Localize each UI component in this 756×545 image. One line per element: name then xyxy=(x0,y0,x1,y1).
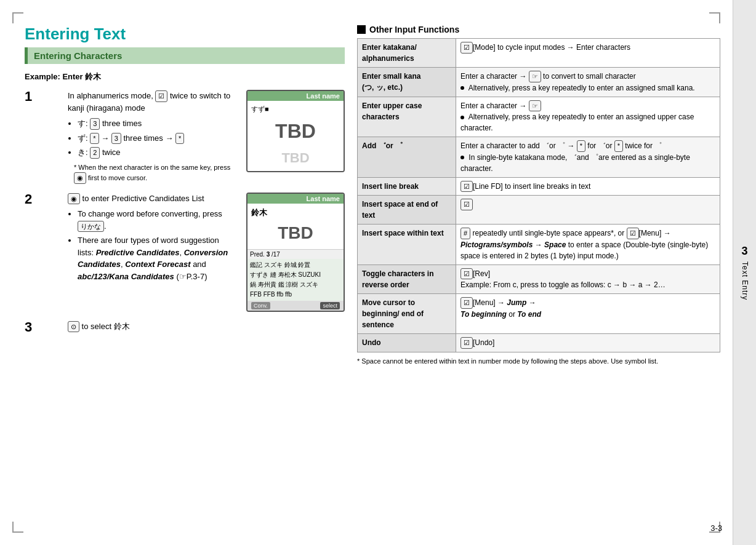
conv-button[interactable]: Conv. xyxy=(251,302,270,309)
description-cell: Enter a character to add ゛or ゜ → * for ゛… xyxy=(456,137,720,178)
phone-screen-2-container: Last name 鈴木 TBD Pred. 3 /17 鑑記 スズキ 鈴城 鈴… xyxy=(240,193,345,312)
phone-kanji: 鈴木 xyxy=(251,206,340,220)
key-upper: ☞ xyxy=(529,100,541,112)
phone-large-tbd: TBD xyxy=(251,220,340,247)
step-2-content: ◉ to enter Predictive Candidates List To… xyxy=(68,193,234,287)
step-1-list: す: 3 three times ず: * → 3 three times → … xyxy=(68,117,234,159)
function-cell: Enter upper case characters xyxy=(358,97,456,137)
table-row: Insert space at end of text ☑ xyxy=(358,196,720,225)
mode-key: ☑ xyxy=(155,90,167,102)
key-star: * xyxy=(90,133,99,145)
bullet-icon xyxy=(460,156,464,159)
table-row: Toggle characters in reverse order ☑[Rev… xyxy=(358,265,720,294)
key-3b: 3 xyxy=(111,133,121,145)
title-square-icon xyxy=(357,25,366,34)
function-cell: Insert line break xyxy=(358,177,456,196)
description-cell: ☑[Mode] to cycle input modes → Enter cha… xyxy=(456,39,720,68)
desc-text: [Mode] to cycle input modes → Enter char… xyxy=(473,43,630,52)
function-cell: Move cursor to beginning/ end of sentenc… xyxy=(358,294,456,334)
phone-pred-label: Pred. 3 /17 xyxy=(247,249,344,259)
page-title: Entering Text xyxy=(25,25,345,44)
step-2-bullet-2: There are four types of word suggestion … xyxy=(78,234,234,282)
description-cell: Enter a character → ☞ to convert to smal… xyxy=(456,68,720,97)
phone-screen-1-container: Last name すず■ TBD TBD xyxy=(240,90,345,172)
phone-screen-1: Last name すず■ TBD TBD xyxy=(246,90,345,172)
hash-key: # xyxy=(460,228,470,239)
phone-title-1: Last name xyxy=(247,91,344,101)
step-2-list: To change word before converting, press … xyxy=(68,208,234,282)
side-tab: 3 Text Entry xyxy=(733,0,756,545)
right-column: Other Input Functions Enter katakana/ al… xyxy=(357,25,720,533)
table-row: Enter small kana(つ, ッ, etc.) Enter a cha… xyxy=(358,68,720,97)
step-2: 2 ◉ to enter Predictive Candidates List … xyxy=(25,193,345,312)
key-conv: ☞ xyxy=(529,71,541,82)
phone-screen-2: Last name 鈴木 TBD Pred. 3 /17 鑑記 スズキ 鈴城 鈴… xyxy=(246,193,345,312)
function-cell: Enter small kana(つ, ッ, etc.) xyxy=(358,68,456,97)
left-column: Entering Text Entering Characters Exampl… xyxy=(25,25,345,533)
step-1-footnote: * When the next character is on the same… xyxy=(68,162,234,184)
description-cell: ☑[Undo] xyxy=(456,334,720,352)
step-1-intro: In alphanumerics mode, ☑ twice to switch… xyxy=(68,90,234,114)
key-select: ⊙ xyxy=(68,321,79,333)
function-cell: Undo xyxy=(358,334,456,352)
step-1-item-1: す: 3 three times xyxy=(78,117,234,130)
space-key: ☑ xyxy=(460,199,473,210)
key-nav2: ◉ xyxy=(68,193,80,205)
functions-table: Enter katakana/ alphanumerics ☑[Mode] to… xyxy=(357,38,720,352)
step-3-content: ⊙ to select 鈴木 xyxy=(68,320,345,336)
table-row: Move cursor to beginning/ end of sentenc… xyxy=(358,294,720,334)
page-number: 3-3 xyxy=(710,523,722,533)
description-cell: ☑[Rev] Example: From c, press to toggle … xyxy=(456,265,720,294)
step-3-number: 3 xyxy=(25,319,32,335)
table-row: Enter katakana/ alphanumerics ☑[Mode] to… xyxy=(358,39,720,68)
step-2-intro: ◉ to enter Predictive Candidates List xyxy=(68,193,234,205)
key-dakuten: * xyxy=(577,140,585,152)
table-row: Add ゛or ゜ Enter a character to add ゛or ゜… xyxy=(358,137,720,178)
step-3: 3 ⊙ to select 鈴木 xyxy=(25,320,345,336)
phone-actions: Conv. select xyxy=(247,301,344,311)
key-star2: * xyxy=(175,133,184,145)
phone-tbd-1: TBD xyxy=(251,115,340,148)
key-rikana: りかな xyxy=(78,221,104,233)
step-1-item-2: ず: * → 3 three times → * xyxy=(78,132,234,145)
step-2-bullet-1: To change word before converting, press … xyxy=(78,208,234,232)
select-button[interactable]: select xyxy=(320,302,340,309)
step-1-content: In alphanumerics mode, ☑ twice to switch… xyxy=(68,90,234,184)
phone-tbd-2: TBD xyxy=(251,148,340,169)
table-title-text: Other Input Functions xyxy=(369,25,459,34)
rev-key: ☑ xyxy=(460,268,473,280)
bullet-icon xyxy=(460,86,464,90)
chapter-number: 3 xyxy=(741,245,747,258)
phone-input-text: すず■ xyxy=(251,103,340,115)
step-2-number: 2 xyxy=(25,191,32,207)
line-fd-key: ☑ xyxy=(460,181,473,193)
description-cell: ☑[Menu] → Jump → To beginning or To end xyxy=(456,294,720,334)
step-1: 1 In alphanumerics mode, ☑ twice to swit… xyxy=(25,90,345,184)
step-3-intro: ⊙ to select 鈴木 xyxy=(68,320,345,333)
phone-body-1: すず■ TBD TBD xyxy=(247,101,344,171)
function-cell: Add ゛or ゜ xyxy=(358,137,456,178)
table-row: Enter upper case characters Enter a char… xyxy=(358,97,720,137)
function-cell: Toggle characters in reverse order xyxy=(358,265,456,294)
table-row: Undo ☑[Undo] xyxy=(358,334,720,352)
corner-mark-bl xyxy=(12,522,23,533)
undo-key: ☑ xyxy=(460,337,473,349)
table-row: Insert line break ☑[Line FD] to insert l… xyxy=(358,177,720,196)
section-header: Entering Characters xyxy=(25,47,345,64)
corner-mark-tl xyxy=(12,12,23,23)
example-label: Example: Enter 鈴木 xyxy=(25,71,345,82)
chapter-label: Text Entry xyxy=(741,261,749,300)
table-footnote: * Space cannot be entered within text in… xyxy=(357,356,720,367)
description-cell: ☑[Line FD] to insert line breaks in text xyxy=(456,177,720,196)
key-2: 2 xyxy=(90,147,100,159)
function-cell: Enter katakana/ alphanumerics xyxy=(358,39,456,68)
description-cell: ☑ xyxy=(456,196,720,225)
table-row: Insert space within text # repeatedly un… xyxy=(358,225,720,265)
step-1-number: 1 xyxy=(25,89,32,104)
description-cell: Enter a character → ☞ Alternatively, pre… xyxy=(456,97,720,137)
table-title: Other Input Functions xyxy=(357,25,720,34)
phone-body-2: 鈴木 TBD xyxy=(247,204,344,249)
corner-mark-tr xyxy=(709,12,720,23)
key-3a: 3 xyxy=(90,118,100,130)
menu-key: ☑ xyxy=(627,228,639,239)
